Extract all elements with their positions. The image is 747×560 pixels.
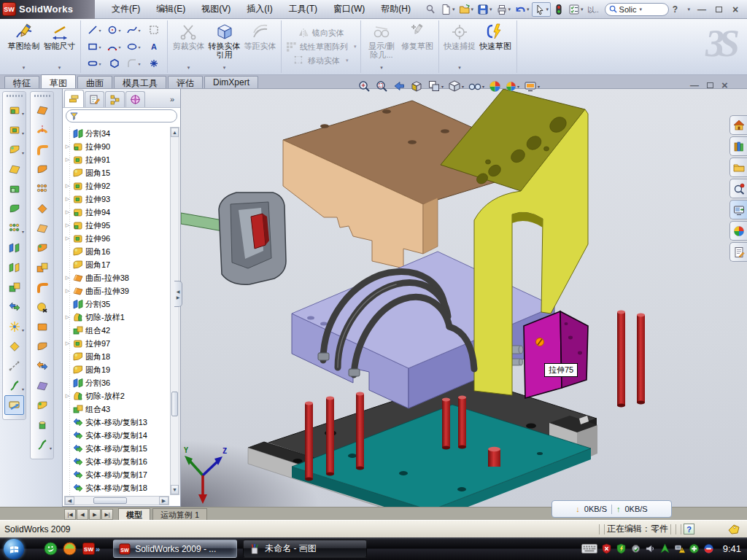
instant3d-button[interactable] <box>4 395 24 415</box>
expand-icon[interactable]: ▷ <box>64 275 71 281</box>
select-cursor-icon[interactable]: ▾ <box>532 2 551 17</box>
messenger-icon[interactable] <box>44 542 58 556</box>
quick-launch-overflow-icon[interactable]: » <box>96 545 100 553</box>
menu-insert[interactable]: 插入(I) <box>239 0 280 18</box>
ribbon-button-mirror[interactable]: 镜向实体 <box>298 27 344 39</box>
extruded-boss-button[interactable]: ▾ <box>4 100 24 120</box>
ribbon-button-repair-sketch[interactable]: 修复草图 <box>400 21 435 73</box>
start-button[interactable] <box>4 539 24 559</box>
reference-geometry-button[interactable]: ▾ <box>4 316 24 336</box>
tab-评估[interactable]: 评估 <box>168 76 203 88</box>
tree-item[interactable]: 圆角15 <box>64 166 169 179</box>
search-box[interactable]: Solic ▾ <box>605 3 669 16</box>
minimize-button[interactable]: — <box>697 4 707 15</box>
tree-item[interactable]: ▷曲面-拉伸39 <box>64 284 169 298</box>
dropdown-icon[interactable]: ▾ <box>508 7 511 12</box>
palette-text[interactable]: A <box>144 39 163 55</box>
restore-button[interactable] <box>713 4 724 15</box>
menu-help[interactable]: 帮助(H) <box>373 0 419 18</box>
untrim-surface-button[interactable] <box>32 356 52 376</box>
print-icon[interactable]: ▾ <box>495 2 513 17</box>
ruled-surface-button[interactable] <box>32 395 52 415</box>
search-tab[interactable] <box>729 179 747 198</box>
tray-network-warning-icon[interactable] <box>674 543 685 554</box>
fillet-button[interactable]: ▾ <box>4 139 24 159</box>
dropdown-icon[interactable]: ▾ <box>581 7 584 12</box>
menu-window[interactable]: 窗口(W) <box>325 0 373 18</box>
tree-item[interactable]: 实体-移动/复制18 <box>64 481 169 494</box>
ribbon-button-display-delete[interactable]: 显示/删除几...▾ <box>365 21 399 73</box>
close-button[interactable]: × <box>730 4 740 15</box>
expand-icon[interactable]: ▷ <box>64 183 71 189</box>
revolved-boss-button[interactable]: ▾ <box>4 120 24 139</box>
tray-shield-plus-icon[interactable] <box>689 543 700 554</box>
display-style-button[interactable]: ▾ <box>446 78 465 94</box>
tree-item[interactable]: ▷拉伸93 <box>64 192 169 206</box>
resources-tab[interactable] <box>729 115 747 135</box>
tree-item[interactable]: ▷拉伸90 <box>64 140 169 153</box>
palette-ellipse[interactable]: ▾ <box>124 39 144 55</box>
toolbar-grip[interactable] <box>34 95 50 97</box>
dropdown-icon[interactable]: ▾ <box>138 28 140 33</box>
dropdown-icon[interactable]: ▾ <box>462 84 464 89</box>
shell-button[interactable] <box>4 179 24 198</box>
dropdown-icon[interactable]: ▾ <box>452 7 455 12</box>
security-ball-icon[interactable] <box>63 542 77 556</box>
hide-show-items-button[interactable]: ▾ <box>467 78 486 94</box>
tree-item[interactable]: ▷拉伸91 <box>64 153 169 166</box>
ribbon-button-smart-dimension[interactable]: 智能尺寸▾ <box>42 21 77 73</box>
solidworks-launcher-icon[interactable]: SW <box>82 542 96 556</box>
tab-模具工具[interactable]: 模具工具 <box>114 76 166 88</box>
tray-gear-check-icon[interactable] <box>630 543 641 554</box>
graphics-viewport[interactable]: Y Z X <box>181 89 747 507</box>
dropdown-icon[interactable]: ▾ <box>138 44 140 50</box>
ribbon-button-quick-sketch[interactable]: 快速草图 <box>479 21 513 73</box>
tab-特征[interactable]: 特征 <box>4 76 39 88</box>
configurationmanager-tab[interactable] <box>105 91 125 107</box>
tree-item[interactable]: 实体-移动/复制16 <box>64 455 169 468</box>
dropdown-icon[interactable]: ▾ <box>471 7 474 12</box>
scroll-thumb[interactable] <box>171 392 178 416</box>
menu-edit[interactable]: 编辑(E) <box>148 0 193 18</box>
split2-button[interactable] <box>4 257 24 277</box>
ime-icon[interactable]: 以.. <box>586 2 600 17</box>
expand-icon[interactable]: ▷ <box>64 157 71 163</box>
part-insert-block-selected[interactable] <box>524 311 588 398</box>
expand-icon[interactable]: ▷ <box>64 222 71 228</box>
dropdown-icon[interactable]: ▾ <box>118 28 120 33</box>
taskbar-button-solidworks[interactable]: SWSolidWorks 2009 - ... <box>113 540 237 558</box>
tab-nav-button-0[interactable]: |◀ <box>64 509 76 520</box>
ribbon-button-quick-snap[interactable]: 快速捕捉▾ <box>443 21 477 73</box>
tree-item[interactable]: 圆角17 <box>64 258 169 271</box>
tab-model[interactable]: 模型 <box>118 508 150 520</box>
appearances-tab[interactable] <box>729 221 747 241</box>
tree-item[interactable]: 圆角16 <box>64 245 169 258</box>
featuremanager-tab[interactable] <box>64 90 84 107</box>
dropdown-icon[interactable]: ▾ <box>98 61 101 66</box>
knit-surface-button[interactable] <box>32 316 52 336</box>
menu-file[interactable]: 文件(F) <box>104 0 148 18</box>
zoom-area-button[interactable] <box>374 78 390 94</box>
tray-antivirus-red-icon[interactable] <box>601 543 612 554</box>
palette-fillet[interactable]: ▾ <box>124 55 144 72</box>
dropdown-icon[interactable]: ▾ <box>538 84 540 89</box>
palette-spline[interactable]: ▾ <box>124 22 144 39</box>
expand-icon[interactable]: ▷ <box>64 236 71 241</box>
split-button[interactable] <box>4 238 24 257</box>
traffic-light-icon[interactable] <box>551 2 566 17</box>
options-icon[interactable]: ▾ <box>567 2 585 17</box>
curve2-button[interactable]: ▾ <box>32 435 52 454</box>
tree-item[interactable]: 分割36 <box>64 376 169 389</box>
tree-item[interactable]: ▷拉伸92 <box>64 179 169 192</box>
expand-icon[interactable]: ▷ <box>64 288 71 294</box>
ribbon-button-move-entities[interactable]: 移动实体▾ <box>293 55 349 66</box>
tree-item[interactable]: ▷切除-放样2 <box>64 389 169 402</box>
search-dropdown-icon[interactable]: ▾ <box>639 7 642 12</box>
dropdown-icon[interactable]: ▾ <box>482 84 484 89</box>
dropdown-icon[interactable]: ▾ <box>22 131 24 136</box>
freeform-button[interactable] <box>32 415 52 435</box>
zoom-fit-button[interactable] <box>356 78 372 94</box>
taskbar-button-paint[interactable]: 未命名 - 画图 <box>243 540 367 558</box>
tree-item[interactable]: ▷拉伸96 <box>64 232 169 245</box>
tab-nav-button-3[interactable]: ▶| <box>101 509 113 520</box>
